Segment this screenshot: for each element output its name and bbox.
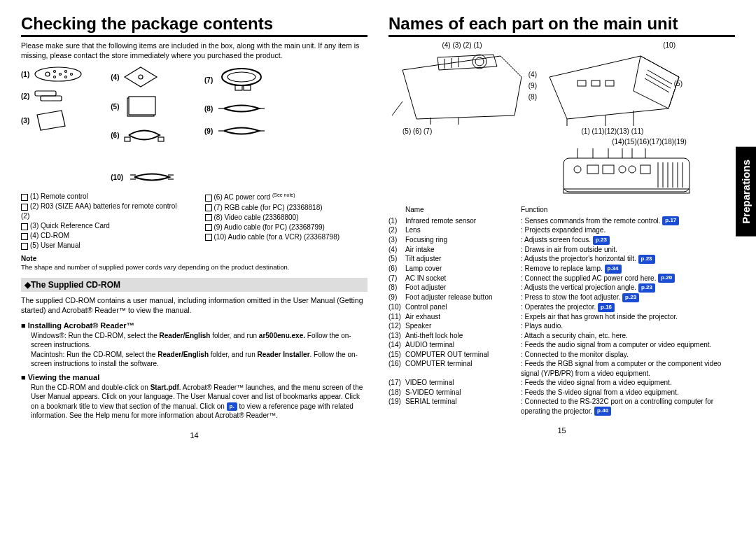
- part-row: (17)VIDEO terminal: Feeds the video sign…: [388, 378, 735, 388]
- page-ref[interactable]: p.34: [605, 265, 622, 274]
- svg-point-4: [59, 73, 62, 76]
- video-cable-icon: [217, 101, 266, 116]
- diagram-row-1: (4) (3) (2) (1) (4) (9) (8) (5) (6) (7) …: [388, 41, 735, 135]
- svg-point-27: [472, 55, 486, 69]
- svg-rect-38: [578, 80, 586, 86]
- svg-rect-21: [235, 85, 242, 90]
- audio-vcr-cable-icon: [127, 169, 176, 185]
- page-ref[interactable]: p.23: [622, 293, 639, 302]
- cd-rom-text: The supplied CD-ROM contains a user manu…: [21, 295, 368, 315]
- ac-cord-icon: [123, 125, 165, 146]
- part-row: (3)Focusing ring: Adjusts screen focus. …: [388, 235, 735, 245]
- remote-icon: [34, 66, 83, 83]
- section-tab: Preparations: [736, 147, 756, 237]
- svg-rect-44: [564, 158, 690, 192]
- left-page: Checking the package contents Please mak…: [21, 14, 368, 440]
- svg-point-5: [65, 71, 67, 73]
- part-row: (15)COMPUTER OUT terminal: Connected to …: [388, 350, 735, 360]
- svg-rect-8: [35, 91, 56, 96]
- part-row: (19)SERIAL terminal: Connected to the RS…: [388, 397, 735, 416]
- svg-rect-12: [129, 97, 155, 115]
- part-row: (6)Lamp cover: Remove to replace lamp. p…: [388, 264, 735, 274]
- svg-rect-13: [125, 137, 130, 141]
- svg-line-32: [392, 101, 402, 115]
- part-row: (14)AUDIO terminal: Feeds the audio sign…: [388, 340, 735, 350]
- left-title: Checking the package contents: [21, 14, 368, 37]
- manual-icon: [123, 95, 158, 118]
- right-title: Names of each part on the main unit: [388, 14, 735, 37]
- svg-point-49: [619, 166, 626, 173]
- page-ref[interactable]: p.17: [662, 216, 679, 225]
- th-name: Name: [405, 205, 521, 215]
- page-ref[interactable]: p.20: [658, 274, 675, 283]
- svg-rect-22: [244, 85, 251, 90]
- projector-rear-panel-icon: [556, 146, 696, 200]
- part-row: (9)Foot adjuster release button: Press t…: [388, 293, 735, 302]
- package-list: (1) Remote control (2) R03 (SIZE AAA) ba…: [21, 192, 368, 251]
- svg-rect-47: [587, 165, 598, 174]
- install-heading: Installing Acrobat® Reader™: [21, 321, 368, 330]
- svg-point-2: [54, 71, 56, 73]
- svg-point-46: [574, 166, 581, 173]
- svg-rect-45: [564, 189, 690, 193]
- svg-rect-14: [158, 137, 164, 141]
- view-text: Run the CD-ROM and double-click on Start…: [31, 383, 368, 421]
- parts-table: Name Function (1)Infrared remote sensor:…: [388, 205, 735, 416]
- svg-point-7: [71, 73, 73, 76]
- svg-rect-40: [606, 80, 614, 86]
- page-ref[interactable]: p.16: [598, 303, 615, 312]
- part-row: (7)AC IN socket: Connect the supplied AC…: [388, 274, 735, 283]
- part-row: (2)Lens: Projects expanded image.: [388, 225, 735, 235]
- part-row: (11)Air exhaust: Expels air that has gro…: [388, 312, 735, 322]
- cd-rom-heading: The Supplied CD-ROM: [21, 278, 368, 292]
- svg-rect-9: [41, 96, 62, 101]
- projector-rear-iso-icon: [542, 49, 682, 126]
- svg-point-50: [629, 166, 636, 173]
- part-row: (1)Infrared remote sensor: Senses comman…: [388, 216, 735, 226]
- part-row: (4)Air intake: Draws in air from outside…: [388, 245, 735, 255]
- part-row: (10)Control panel: Operates the projecto…: [388, 302, 735, 312]
- rgb-cable-icon: [217, 66, 266, 94]
- page-ref[interactable]: p.23: [593, 236, 610, 245]
- page-ref[interactable]: p.40: [594, 407, 611, 416]
- package-illustrations: (1) (2) (3) (4) (5) (6) (10) (7) (8) (9): [21, 66, 368, 185]
- diagram-row-2: (14)(15)(16)(17)(18)(19): [556, 138, 735, 202]
- svg-point-1: [46, 72, 50, 76]
- svg-point-10: [139, 75, 143, 79]
- th-func: Function: [521, 205, 735, 215]
- part-row: (18)S-VIDEO terminal: Feeds the S-video …: [388, 388, 735, 398]
- audio-pc-cable-icon: [217, 123, 266, 139]
- projector-top-icon: [388, 49, 536, 126]
- right-page: Names of each part on the main unit (4) …: [388, 14, 735, 440]
- right-page-number: 15: [388, 426, 735, 435]
- intro-text: Please make sure that the following item…: [21, 41, 368, 60]
- svg-point-20: [227, 72, 255, 82]
- part-row: (5)Tilt adjuster: Adjusts the projector'…: [388, 254, 735, 264]
- view-heading: Viewing the manual: [21, 373, 368, 381]
- svg-point-6: [65, 76, 67, 78]
- svg-rect-48: [603, 165, 614, 174]
- batteries-icon: [34, 90, 69, 102]
- part-row: (12)Speaker: Plays audio.: [388, 321, 735, 331]
- svg-rect-39: [592, 80, 600, 86]
- part-row: (13)Anti-theft lock hole: Attach a secur…: [388, 331, 735, 341]
- page-ref[interactable]: p.23: [638, 283, 655, 293]
- part-row: (8)Foot adjuster: Adjusts the vertical p…: [388, 283, 735, 293]
- svg-point-3: [54, 76, 56, 78]
- card-icon: [34, 109, 69, 132]
- svg-rect-51: [640, 165, 650, 174]
- page-ref[interactable]: p.23: [638, 255, 655, 264]
- note-heading: Note: [21, 255, 368, 262]
- part-row: (16)COMPUTER terminal: Feeds the RGB sig…: [388, 359, 735, 378]
- install-text: Windows®: Run the CD-ROM, select the Rea…: [31, 331, 368, 369]
- left-page-number: 14: [21, 431, 368, 440]
- cdrom-icon: [123, 66, 158, 88]
- svg-point-0: [35, 67, 81, 81]
- note-text: The shape and number of supplied power c…: [21, 263, 368, 271]
